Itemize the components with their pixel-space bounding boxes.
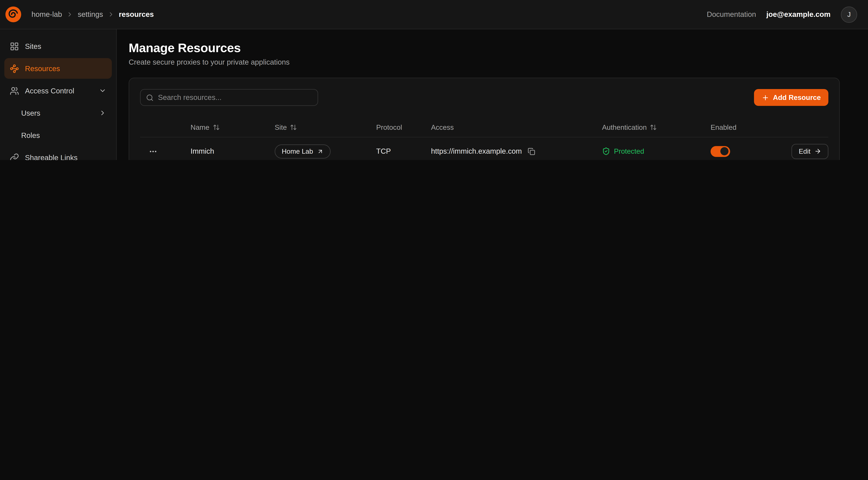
- topbar: home-lab settings resources Documentatio…: [0, 0, 868, 29]
- search-box: [140, 89, 318, 106]
- add-resource-button[interactable]: Add Resource: [754, 89, 828, 106]
- edit-button[interactable]: Edit: [792, 144, 828, 159]
- breadcrumb: home-lab settings resources: [31, 10, 154, 19]
- sidebar-item-access-control[interactable]: Access Control: [4, 80, 112, 101]
- sort-icon: [290, 124, 297, 131]
- avatar[interactable]: J: [841, 6, 857, 23]
- auth-status: Protected: [602, 147, 711, 155]
- column-header-protocol: Protocol: [376, 123, 431, 131]
- grid-icon: [10, 41, 19, 51]
- arrow-right-icon: [814, 148, 821, 155]
- documentation-link[interactable]: Documentation: [707, 10, 756, 19]
- column-header-enabled: Enabled: [711, 123, 786, 131]
- search-icon: [146, 94, 154, 101]
- sidebar: Sites Resources Access Control Users Rol…: [0, 29, 117, 160]
- sidebar-item-shareable-links[interactable]: Shareable Links: [4, 147, 112, 160]
- plus-icon: [762, 94, 769, 101]
- protocol-value: TCP: [376, 147, 431, 155]
- breadcrumb-settings[interactable]: settings: [78, 10, 103, 19]
- column-header-access: Access: [431, 123, 602, 131]
- main-content: Manage Resources Create secure proxies t…: [117, 29, 868, 160]
- row-actions-menu-button[interactable]: [147, 145, 160, 158]
- arrow-up-right-icon: [317, 148, 323, 155]
- site-link-button[interactable]: Home Lab: [275, 144, 331, 158]
- app-window: home-lab settings resources Documentatio…: [0, 0, 868, 160]
- chevron-right-icon: [107, 11, 114, 18]
- topbar-right: Documentation joe@example.com J: [707, 6, 857, 23]
- sidebar-item-sites[interactable]: Sites: [4, 36, 112, 57]
- shield-check-icon: [602, 147, 610, 155]
- resources-toolbar: Add Resource: [140, 89, 828, 106]
- breadcrumb-current-page: resources: [119, 10, 154, 19]
- enabled-toggle[interactable]: [711, 146, 730, 157]
- resource-name: Immich: [190, 147, 275, 155]
- chevron-right-icon: [66, 11, 73, 18]
- ellipsis-icon: [149, 147, 157, 156]
- resources-card: Add Resource Name Site Protocol Acce: [129, 78, 840, 160]
- table-header: Name Site Protocol Access Authentication…: [140, 117, 828, 138]
- column-header-name[interactable]: Name: [190, 123, 275, 131]
- copy-button[interactable]: [527, 146, 536, 156]
- pangolin-logo[interactable]: [5, 6, 22, 23]
- column-header-site[interactable]: Site: [275, 123, 376, 131]
- search-input[interactable]: [158, 93, 312, 101]
- sort-icon: [650, 124, 657, 131]
- waypoints-icon: [10, 64, 19, 73]
- chevron-right-icon: [99, 109, 106, 117]
- column-header-authentication[interactable]: Authentication: [602, 123, 711, 131]
- sort-icon: [213, 124, 220, 131]
- sidebar-item-roles[interactable]: Roles: [4, 125, 112, 146]
- copy-icon: [528, 148, 535, 155]
- sidebar-nav: Sites Resources Access Control Users Rol…: [4, 36, 112, 160]
- access-url: https://immich.example.com: [431, 147, 522, 155]
- users-icon: [10, 86, 19, 95]
- user-email[interactable]: joe@example.com: [766, 10, 831, 19]
- breadcrumb-org[interactable]: home-lab: [31, 10, 62, 19]
- chevron-down-icon: [99, 87, 106, 94]
- sidebar-item-resources[interactable]: Resources: [4, 58, 112, 79]
- link-icon: [10, 153, 19, 160]
- sidebar-item-users[interactable]: Users: [4, 102, 112, 123]
- page-subtitle: Create secure proxies to your private ap…: [129, 58, 840, 66]
- table-row: Immich Home Lab TCP https://immich.examp…: [140, 138, 828, 160]
- page-title: Manage Resources: [129, 41, 840, 55]
